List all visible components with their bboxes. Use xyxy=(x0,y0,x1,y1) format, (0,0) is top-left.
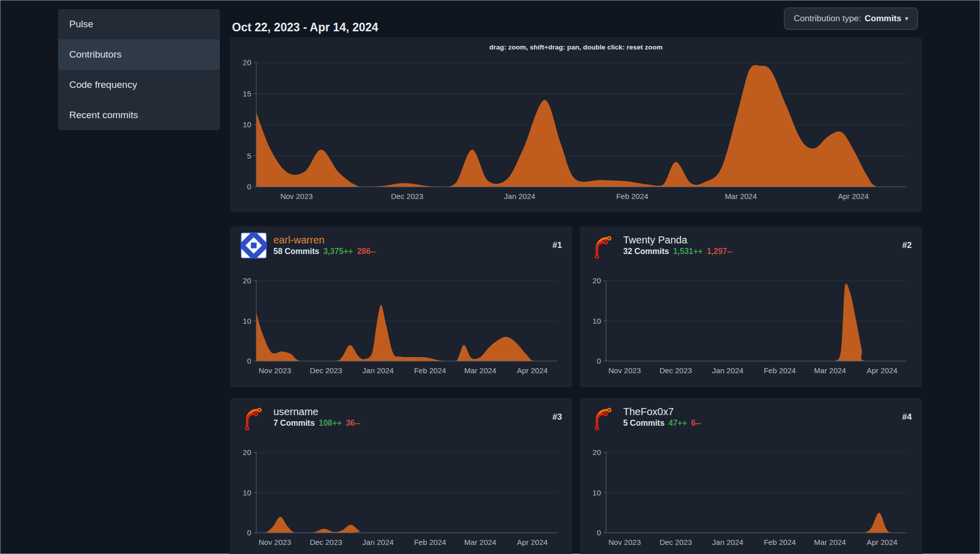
contributor-activity-chart[interactable]: 01020Nov 2023Dec 2023Jan 2024Feb 2024Mar… xyxy=(584,437,918,554)
sidebar-item-label: Contributors xyxy=(69,49,122,60)
svg-text:0: 0 xyxy=(247,357,251,365)
svg-text:15: 15 xyxy=(243,89,251,98)
rank-badge: #1 xyxy=(552,240,562,250)
svg-text:Dec 2023: Dec 2023 xyxy=(310,538,342,546)
contributor-name: Twenty Panda xyxy=(623,234,732,245)
svg-text:Mar 2024: Mar 2024 xyxy=(725,192,757,200)
contributor-activity-chart[interactable]: 01020Nov 2023Dec 2023Jan 2024Feb 2024Mar… xyxy=(234,437,568,554)
contributor-identity: username 7 Commits 108++ 36-- xyxy=(273,406,360,428)
svg-text:Nov 2023: Nov 2023 xyxy=(609,538,641,546)
sidebar-item-label: Code frequency xyxy=(69,79,137,90)
svg-text:Apr 2024: Apr 2024 xyxy=(838,192,869,200)
svg-text:Nov 2023: Nov 2023 xyxy=(259,366,291,375)
contributor-stats: 58 Commits 3,375++ 286-- xyxy=(273,247,376,256)
svg-text:Jan 2024: Jan 2024 xyxy=(712,366,743,375)
additions: 108++ xyxy=(319,419,342,428)
svg-text:10: 10 xyxy=(592,317,601,325)
deletions: 6-- xyxy=(691,419,701,428)
svg-text:Dec 2023: Dec 2023 xyxy=(660,366,692,375)
svg-text:20: 20 xyxy=(243,276,251,285)
rank-badge: #2 xyxy=(902,240,912,250)
overall-activity-chart[interactable]: 05101520Nov 2023Dec 2023Jan 2024Feb 2024… xyxy=(234,56,918,209)
contributor-activity-chart[interactable]: 01020Nov 2023Dec 2023Jan 2024Feb 2024Mar… xyxy=(234,266,568,385)
svg-text:Jan 2024: Jan 2024 xyxy=(362,538,394,546)
contributor-stats: 5 Commits 47++ 6-- xyxy=(623,419,701,428)
svg-text:Dec 2023: Dec 2023 xyxy=(391,192,423,200)
chart-zoom-hint: drag: zoom, shift+drag: pan, double clic… xyxy=(230,43,922,51)
svg-text:Dec 2023: Dec 2023 xyxy=(660,538,692,546)
deletions: 286-- xyxy=(357,247,376,256)
forgejo-logo-avatar[interactable] xyxy=(590,232,617,259)
deletions: 1,297-- xyxy=(707,247,732,256)
svg-text:Jan 2024: Jan 2024 xyxy=(362,366,394,375)
contributor-identity: Twenty Panda 32 Commits 1,531++ 1,297-- xyxy=(623,234,732,256)
contribution-type-label: Contribution type: xyxy=(794,14,861,24)
contributor-card-header: username 7 Commits 108++ 36-- #3 xyxy=(230,398,572,436)
svg-text:Dec 2023: Dec 2023 xyxy=(310,366,342,375)
contributor-card: username 7 Commits 108++ 36-- #3 01020No… xyxy=(230,398,572,554)
svg-text:20: 20 xyxy=(243,448,251,457)
svg-text:5: 5 xyxy=(247,152,251,160)
contributors-page: PulseContributorsCode frequencyRecent co… xyxy=(0,0,980,554)
svg-text:Mar 2024: Mar 2024 xyxy=(464,366,496,375)
sidebar-item-recent-commits[interactable]: Recent commits xyxy=(58,100,220,130)
svg-text:10: 10 xyxy=(592,488,601,497)
sidebar-item-contributors[interactable]: Contributors xyxy=(58,39,220,70)
additions: 3,375++ xyxy=(323,247,353,256)
svg-text:Feb 2024: Feb 2024 xyxy=(414,538,446,546)
svg-text:Nov 2023: Nov 2023 xyxy=(609,366,641,375)
svg-text:Mar 2024: Mar 2024 xyxy=(464,538,496,546)
svg-text:0: 0 xyxy=(597,528,601,537)
svg-text:20: 20 xyxy=(243,58,251,67)
sidebar-item-code-frequency[interactable]: Code frequency xyxy=(58,70,220,100)
svg-text:Feb 2024: Feb 2024 xyxy=(616,192,648,200)
contributor-activity-chart[interactable]: 01020Nov 2023Dec 2023Jan 2024Feb 2024Mar… xyxy=(584,266,918,385)
svg-text:0: 0 xyxy=(597,357,601,365)
contributor-card-header: TheFox0x7 5 Commits 47++ 6-- #4 xyxy=(580,398,922,436)
contributor-card-header: earl-warren 58 Commits 3,375++ 286-- #1 xyxy=(230,226,572,265)
svg-text:10: 10 xyxy=(243,120,251,129)
svg-text:Feb 2024: Feb 2024 xyxy=(764,538,796,546)
contributor-stats: 7 Commits 108++ 36-- xyxy=(273,419,360,428)
contributor-card: Twenty Panda 32 Commits 1,531++ 1,297-- … xyxy=(580,226,922,387)
commit-count: 58 Commits xyxy=(273,247,319,256)
contributor-card-header: Twenty Panda 32 Commits 1,531++ 1,297-- … xyxy=(580,226,922,265)
svg-text:10: 10 xyxy=(243,488,251,497)
additions: 1,531++ xyxy=(673,247,703,256)
svg-text:Apr 2024: Apr 2024 xyxy=(517,366,548,375)
svg-text:Feb 2024: Feb 2024 xyxy=(764,366,796,375)
svg-text:Apr 2024: Apr 2024 xyxy=(867,538,898,546)
commit-count: 5 Commits xyxy=(623,419,665,428)
svg-text:Mar 2024: Mar 2024 xyxy=(814,366,846,375)
caret-down-icon: ▾ xyxy=(905,15,908,22)
svg-text:10: 10 xyxy=(243,317,251,325)
svg-text:0: 0 xyxy=(247,182,251,191)
contribution-type-value: Commits xyxy=(865,14,902,24)
contributor-card: earl-warren 58 Commits 3,375++ 286-- #1 … xyxy=(230,226,572,387)
svg-text:Jan 2024: Jan 2024 xyxy=(504,192,535,200)
svg-text:Jan 2024: Jan 2024 xyxy=(712,538,743,546)
contributor-identity: earl-warren 58 Commits 3,375++ 286-- xyxy=(273,234,376,256)
commit-count: 7 Commits xyxy=(273,419,315,428)
svg-text:Nov 2023: Nov 2023 xyxy=(281,192,313,200)
contributor-name[interactable]: earl-warren xyxy=(273,234,376,245)
sidebar-item-label: Recent commits xyxy=(69,110,138,121)
svg-text:Nov 2023: Nov 2023 xyxy=(259,538,291,546)
rank-badge: #4 xyxy=(902,412,912,422)
svg-text:Mar 2024: Mar 2024 xyxy=(814,538,846,546)
svg-text:Apr 2024: Apr 2024 xyxy=(517,538,548,546)
svg-text:20: 20 xyxy=(592,276,601,285)
svg-text:Feb 2024: Feb 2024 xyxy=(414,366,446,375)
forgejo-logo-avatar[interactable] xyxy=(590,404,617,430)
contributor-name: username xyxy=(273,406,360,417)
contributor-name: TheFox0x7 xyxy=(623,406,701,417)
contribution-type-dropdown[interactable]: Contribution type: Commits ▾ xyxy=(784,8,918,30)
identicon-blue-avatar[interactable] xyxy=(241,232,267,259)
sidebar-item-pulse[interactable]: Pulse xyxy=(58,9,220,39)
activity-sidebar-menu: PulseContributorsCode frequencyRecent co… xyxy=(58,9,220,130)
commit-count: 32 Commits xyxy=(623,247,669,256)
forgejo-logo-avatar[interactable] xyxy=(241,404,267,430)
contributor-identity: TheFox0x7 5 Commits 47++ 6-- xyxy=(623,406,701,428)
svg-text:Apr 2024: Apr 2024 xyxy=(867,366,898,375)
overall-activity-panel: drag: zoom, shift+drag: pan, double clic… xyxy=(230,37,922,212)
